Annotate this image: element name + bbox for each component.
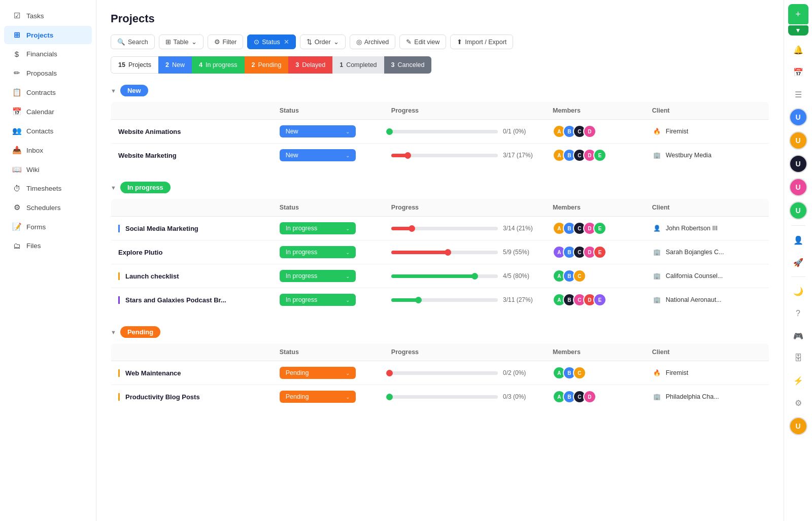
sidebar-item-schedulers[interactable]: ⚙ Schedulers bbox=[4, 198, 92, 217]
edit-view-button[interactable]: ✎ Edit view bbox=[399, 34, 446, 49]
project-name[interactable]: Web Maintenance bbox=[125, 369, 181, 377]
sidebar-item-tasks[interactable]: ☑ Tasks bbox=[4, 7, 92, 25]
moon-button[interactable]: 🌙 bbox=[788, 281, 808, 301]
status-pill[interactable]: Pending ⌄ bbox=[280, 367, 356, 379]
progress-bar bbox=[391, 130, 498, 133]
current-user-avatar[interactable]: U bbox=[789, 417, 807, 435]
user-avatar-1[interactable]: U bbox=[789, 108, 807, 126]
project-name[interactable]: Explore Plutio bbox=[118, 249, 162, 256]
game-button[interactable]: 🎮 bbox=[788, 326, 808, 346]
delayed-label: Delayed bbox=[302, 61, 325, 68]
project-name[interactable]: Launch checklist bbox=[125, 272, 179, 280]
status-completed[interactable]: 1 Completed bbox=[332, 56, 384, 74]
sidebar-item-contacts[interactable]: 👥 Contacts bbox=[4, 122, 92, 140]
import-export-button[interactable]: ⬆ Import / Export bbox=[450, 34, 513, 49]
sidebar-item-timesheets[interactable]: ⏱ Timesheets bbox=[4, 180, 92, 197]
sidebar-item-financials[interactable]: $ Financials bbox=[4, 45, 92, 63]
search-button[interactable]: 🔍 Search bbox=[111, 34, 155, 49]
calendar-icon: 📅 bbox=[793, 67, 803, 77]
status-pill[interactable]: In progress ⌄ bbox=[280, 270, 356, 282]
sidebar-item-contracts[interactable]: 📋 Contracts bbox=[4, 83, 92, 101]
table-button[interactable]: ⊞ Table ⌄ bbox=[159, 34, 204, 49]
status-cell: In progress ⌄ bbox=[273, 264, 384, 288]
client-name: John Robertson III bbox=[666, 225, 718, 232]
files-icon: 🗂 bbox=[12, 241, 21, 250]
total-count: 15 bbox=[118, 61, 125, 68]
progress-cell: 0/1 (0%) bbox=[384, 120, 546, 144]
client-info: 🏢 Philadelphia Cha... bbox=[652, 392, 762, 402]
status-pill[interactable]: In progress ⌄ bbox=[280, 294, 356, 306]
group-chevron-icon[interactable]: ▼ bbox=[111, 329, 116, 335]
progress-bar bbox=[391, 154, 498, 157]
col-header-progress: Progress bbox=[384, 102, 546, 120]
project-name-cell: Website Marketing bbox=[111, 144, 273, 167]
user-avatar-2[interactable]: U bbox=[789, 131, 807, 150]
calendar-button[interactable]: 📅 bbox=[788, 62, 808, 82]
inbox-icon: 📥 bbox=[12, 146, 21, 155]
user-avatar-3[interactable]: U bbox=[789, 155, 807, 173]
filter-button[interactable]: ⚙ Filter bbox=[208, 34, 244, 49]
archived-label: Archived bbox=[364, 39, 389, 46]
status-pending[interactable]: 2 Pending bbox=[245, 56, 289, 74]
project-name[interactable]: Social Media Marketing bbox=[125, 225, 198, 232]
moon-icon: 🌙 bbox=[793, 287, 803, 296]
sidebar-item-projects[interactable]: ⊞ Projects bbox=[4, 26, 92, 44]
sidebar-item-calendar[interactable]: 📅 Calendar bbox=[4, 102, 92, 121]
storage-button[interactable]: 🗄 bbox=[788, 348, 808, 368]
status-pill[interactable]: Pending ⌄ bbox=[280, 391, 356, 403]
project-name[interactable]: Website Marketing bbox=[118, 152, 177, 159]
progress-bar bbox=[391, 274, 498, 278]
project-name[interactable]: Stars and Galaxies Podcast Br... bbox=[125, 296, 226, 304]
status-pill[interactable]: In progress ⌄ bbox=[280, 246, 356, 258]
main-content: Projects 🔍 Search ⊞ Table ⌄ ⚙ Filter ⊙ S… bbox=[96, 0, 784, 521]
wiki-icon: 📖 bbox=[12, 165, 21, 174]
order-button[interactable]: ⇅ Order ⌄ bbox=[300, 34, 346, 49]
help-button[interactable]: ? bbox=[788, 303, 808, 324]
members-group: A B C D E bbox=[553, 222, 638, 235]
members-group: A B C D E bbox=[553, 149, 638, 162]
list-button[interactable]: ☰ bbox=[788, 84, 808, 105]
person-add-button[interactable]: 👤 bbox=[788, 230, 808, 250]
group-chevron-icon[interactable]: ▼ bbox=[111, 185, 116, 191]
chevron-icon: ⌄ bbox=[191, 38, 197, 46]
add-button[interactable]: + bbox=[788, 4, 808, 24]
status-new[interactable]: 2 New bbox=[158, 56, 192, 74]
status-button[interactable]: ⊙ Status ✕ bbox=[247, 34, 295, 49]
user-avatar-4[interactable]: U bbox=[789, 178, 807, 196]
sidebar-item-files[interactable]: 🗂 Files bbox=[4, 237, 92, 255]
status-delayed[interactable]: 3 Delayed bbox=[288, 56, 332, 74]
sidebar-item-label: Schedulers bbox=[26, 204, 61, 212]
rocket-button[interactable]: 🚀 bbox=[788, 252, 808, 272]
project-name[interactable]: Website Animations bbox=[118, 128, 181, 135]
progress-wrapper: 3/11 (27%) bbox=[391, 296, 538, 303]
progress-wrapper: 5/9 (55%) bbox=[391, 249, 538, 256]
col-header-progress: Progress bbox=[384, 199, 546, 217]
sidebar-item-inbox[interactable]: 📥 Inbox bbox=[4, 141, 92, 159]
status-pill[interactable]: New ⌄ bbox=[280, 125, 356, 137]
status-label: Status bbox=[262, 39, 280, 46]
sidebar-item-wiki[interactable]: 📖 Wiki bbox=[4, 160, 92, 179]
user-avatar-5[interactable]: U bbox=[789, 201, 807, 220]
group-chevron-icon[interactable]: ▼ bbox=[111, 88, 116, 94]
client-cell: 🔥 Firemist bbox=[645, 361, 769, 385]
client-name: Philadelphia Cha... bbox=[666, 393, 719, 400]
settings-button[interactable]: ⚙ bbox=[788, 393, 808, 413]
add-dropdown[interactable]: ▼ bbox=[788, 25, 808, 36]
progress-bar bbox=[391, 395, 498, 399]
project-name[interactable]: Productivity Blog Posts bbox=[125, 393, 200, 401]
status-total[interactable]: 15 Projects bbox=[111, 56, 158, 74]
bolt-button[interactable]: ⚡ bbox=[788, 370, 808, 391]
avatar: C bbox=[573, 269, 586, 283]
status-inprogress[interactable]: 4 In progress bbox=[192, 56, 244, 74]
sidebar-item-forms[interactable]: 📝 Forms bbox=[4, 218, 92, 236]
progress-cell: 3/14 (21%) bbox=[384, 217, 546, 240]
col-header-members: Members bbox=[546, 102, 645, 120]
status-pill[interactable]: New ⌄ bbox=[280, 149, 356, 161]
notifications-button[interactable]: 🔔 bbox=[788, 40, 808, 60]
status-canceled[interactable]: 3 Canceled bbox=[384, 56, 432, 74]
sidebar-item-proposals[interactable]: ✏ Proposals bbox=[4, 64, 92, 82]
archived-button[interactable]: ◎ Archived bbox=[350, 34, 396, 49]
sidebar-item-label: Calendar bbox=[26, 108, 54, 116]
status-pill[interactable]: In progress ⌄ bbox=[280, 222, 356, 234]
progress-wrapper: 4/5 (80%) bbox=[391, 272, 538, 280]
